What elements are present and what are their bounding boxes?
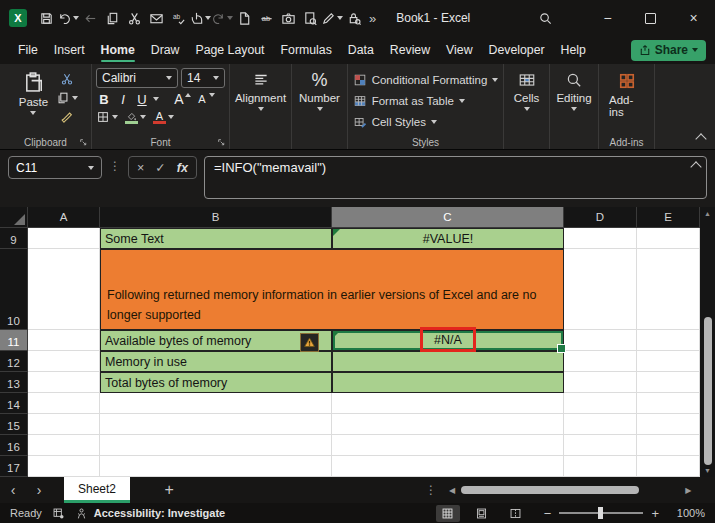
cell-e12[interactable]	[637, 351, 700, 372]
cell-d17[interactable]	[564, 456, 637, 477]
cell-a10[interactable]	[28, 249, 100, 330]
column-header-d[interactable]: D	[564, 207, 637, 228]
back-icon[interactable]	[79, 6, 101, 30]
column-header-e[interactable]: E	[637, 207, 700, 228]
cell-c16[interactable]	[332, 435, 564, 456]
cell-b17[interactable]	[100, 456, 332, 477]
spelling-icon[interactable]	[167, 6, 189, 30]
column-header-a[interactable]: A	[28, 207, 100, 228]
fill-color-button[interactable]	[125, 111, 146, 124]
cell-b14[interactable]	[100, 393, 332, 414]
cell-e10[interactable]	[637, 249, 700, 330]
borders-button[interactable]	[96, 110, 118, 124]
vertical-scrollbar-thumb[interactable]	[704, 317, 712, 465]
redo-dropdown-icon[interactable]	[227, 16, 233, 20]
cut-icon[interactable]	[123, 6, 145, 30]
row-header-15[interactable]: 15	[0, 414, 28, 435]
formula-input[interactable]: =INFO("memavail")	[204, 156, 707, 199]
strikethrough-icon[interactable]	[255, 6, 277, 30]
cell-c11-selected[interactable]: #N/A	[332, 330, 564, 351]
format-painter-button[interactable]	[56, 108, 78, 126]
tab-review[interactable]: Review	[382, 36, 438, 64]
alignment-button[interactable]: Alignment	[229, 68, 292, 134]
format-as-table-button[interactable]: Format as Table	[353, 91, 465, 111]
macro-record-icon[interactable]	[52, 507, 65, 520]
borders-dropdown-icon[interactable]	[112, 115, 118, 119]
column-header-b[interactable]: B	[100, 207, 332, 228]
cancel-icon[interactable]: ×	[137, 161, 144, 175]
row-header-10[interactable]: 10	[0, 249, 28, 330]
redo-icon[interactable]	[211, 6, 233, 30]
font-dialog-launcher-icon[interactable]	[217, 138, 226, 147]
print-preview-icon[interactable]	[299, 6, 321, 30]
send-to-mail-icon[interactable]	[145, 6, 167, 30]
zoom-slider[interactable]	[559, 512, 643, 514]
cell-b15[interactable]	[100, 414, 332, 435]
paste-dropdown-icon[interactable]	[30, 111, 36, 115]
paste-button[interactable]: Paste	[13, 68, 54, 134]
vertical-scrollbar[interactable]: ▲ ▼	[700, 207, 715, 477]
cell-d15[interactable]	[564, 414, 637, 435]
cell-d9[interactable]	[564, 228, 637, 249]
cell-a16[interactable]	[28, 435, 100, 456]
scroll-up-icon[interactable]: ▲	[700, 207, 715, 220]
cell-c13[interactable]	[332, 372, 564, 393]
maximize-button[interactable]	[629, 0, 672, 36]
tab-page-layout[interactable]: Page Layout	[187, 36, 272, 64]
font-family-select[interactable]: Calibri	[96, 68, 178, 88]
cell-b13[interactable]: Total bytes of memory	[100, 372, 332, 393]
accessibility-icon[interactable]	[75, 507, 88, 520]
tab-data[interactable]: Data	[340, 36, 382, 64]
tab-view[interactable]: View	[438, 36, 480, 64]
cell-d11[interactable]	[564, 330, 637, 351]
decrease-font-size-button[interactable]: A	[194, 93, 210, 105]
cell-a9[interactable]	[28, 228, 100, 249]
font-color-button[interactable]: A	[153, 110, 174, 124]
cell-styles-button[interactable]: Cell Styles	[353, 112, 437, 132]
add-sheet-icon[interactable]: +	[158, 481, 180, 499]
zoom-slider-thumb[interactable]	[598, 507, 603, 519]
enter-icon[interactable]: ✓	[155, 160, 165, 175]
cell-e13[interactable]	[637, 372, 700, 393]
alignment-dropdown-icon[interactable]	[258, 107, 264, 111]
zoom-out-icon[interactable]: −	[544, 506, 552, 521]
sheet-tab-sheet2[interactable]: Sheet2	[64, 477, 130, 503]
copy-button[interactable]	[56, 89, 78, 107]
fill-color-dropdown-icon[interactable]	[140, 115, 146, 119]
cell-a13[interactable]	[28, 372, 100, 393]
cells-button[interactable]: Cells	[508, 68, 546, 134]
cell-b10-merged[interactable]: Following returned memory information in…	[100, 249, 564, 330]
column-header-c[interactable]: C	[332, 207, 564, 228]
normal-view-icon[interactable]	[436, 505, 460, 522]
cell-b9[interactable]: Some Text	[100, 228, 332, 249]
cell-d12[interactable]	[564, 351, 637, 372]
cell-a17[interactable]	[28, 456, 100, 477]
tab-home[interactable]: Home	[93, 36, 143, 64]
cell-a14[interactable]	[28, 393, 100, 414]
tab-formulas[interactable]: Formulas	[273, 36, 340, 64]
row-header-12[interactable]: 12	[0, 351, 28, 372]
row-header-11[interactable]: 11	[0, 330, 28, 351]
cell-c14[interactable]	[332, 393, 564, 414]
cell-c12[interactable]	[332, 351, 564, 372]
editing-dropdown-icon[interactable]	[571, 107, 577, 111]
search-icon[interactable]	[530, 11, 560, 26]
save-icon[interactable]	[35, 6, 57, 30]
scroll-left-icon[interactable]: ◀	[449, 486, 455, 495]
minimize-button[interactable]: −	[586, 0, 629, 36]
cell-c9[interactable]: #VALUE!	[332, 228, 564, 249]
tab-help[interactable]: Help	[553, 36, 594, 64]
tab-draw[interactable]: Draw	[143, 36, 188, 64]
excel-logo-icon[interactable]: X	[9, 9, 27, 27]
cell-e16[interactable]	[637, 435, 700, 456]
row-header-14[interactable]: 14	[0, 393, 28, 414]
underline-dropdown-icon[interactable]	[153, 97, 159, 101]
number-dropdown-icon[interactable]	[317, 107, 323, 111]
cell-d13[interactable]	[564, 372, 637, 393]
lock-inspect-icon[interactable]	[343, 6, 365, 30]
cell-e9[interactable]	[637, 228, 700, 249]
page-break-preview-icon[interactable]	[504, 505, 528, 522]
row-header-13[interactable]: 13	[0, 372, 28, 393]
bold-button[interactable]: B	[96, 92, 112, 107]
italic-button[interactable]: I	[115, 92, 131, 107]
